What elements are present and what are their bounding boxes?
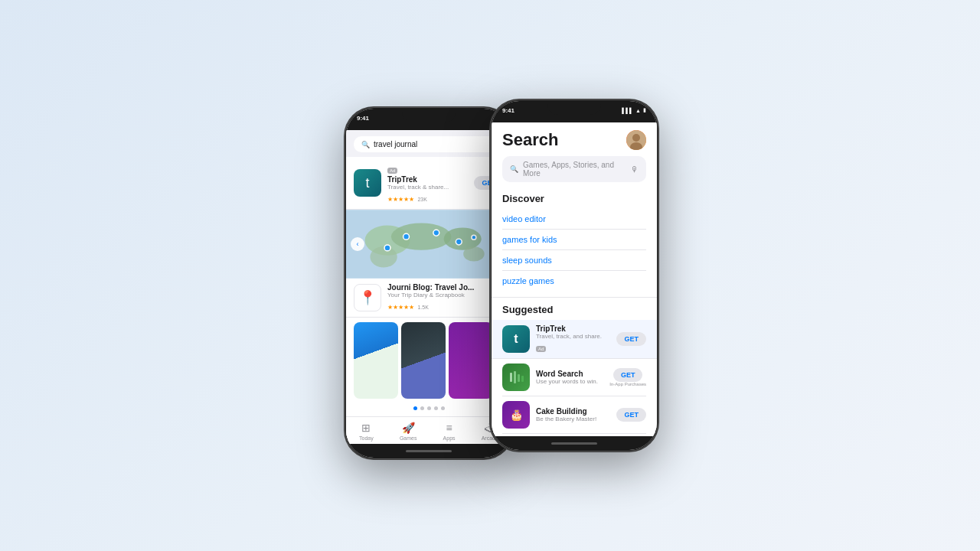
- right-time: 9:41: [502, 107, 514, 114]
- ad-badge-left: Ad: [387, 168, 397, 174]
- triptrek-get-btn-right[interactable]: GET: [616, 332, 646, 346]
- triptrek-info-right: TripTrek Travel, track, and share. Ad: [536, 324, 610, 354]
- right-home-bar: [551, 442, 597, 445]
- svg-point-12: [632, 134, 640, 142]
- cake-desc: Be the Bakery Master!: [536, 416, 610, 422]
- svg-point-6: [403, 233, 410, 240]
- left-search-input-box[interactable]: 🔍 travel journal: [354, 136, 504, 152]
- in-app-text: In-App Purchases: [609, 382, 646, 386]
- user-avatar[interactable]: [626, 130, 646, 150]
- search-field-right[interactable]: 🔍 Games, Apps, Stories, and More 🎙: [502, 156, 646, 182]
- suggested-title: Suggested: [502, 304, 646, 315]
- discover-title: Discover: [502, 193, 646, 204]
- nav-apps-left[interactable]: ≡ Apps: [443, 422, 456, 441]
- svg-point-7: [433, 230, 439, 236]
- discover-item-1[interactable]: games for kids: [502, 230, 646, 250]
- wordsearch-get-btn[interactable]: GET: [613, 368, 643, 382]
- right-screen-content: Search 🔍 Games, Apps, Stories, and More: [492, 122, 657, 436]
- triptrek-result-left[interactable]: t Ad TripTrek Travel, track & share... ★…: [346, 157, 511, 210]
- triptrek-desc-right: Travel, track, and share.: [536, 333, 610, 340]
- wordsearch-btn-label: GET: [621, 371, 635, 379]
- search-page-header: Search 🔍 Games, Apps, Stories, and More: [492, 122, 657, 187]
- right-notch: [547, 101, 601, 115]
- triptrek-desc-left: Travel, track & share...: [387, 184, 468, 191]
- page-dot-2: [420, 406, 424, 410]
- battery-icon: ▮: [643, 107, 646, 113]
- triptrek-name-right: TripTrek: [536, 324, 610, 333]
- right-status-icons: ▌▌▌ ▲ ▮: [622, 107, 646, 113]
- right-home-indicator: [492, 436, 657, 450]
- screenshot-2: [401, 322, 446, 399]
- triptrek-name-left: TripTrek: [387, 175, 468, 184]
- cake-info: Cake Building Be the Bakery Master!: [536, 407, 610, 422]
- arrow-left-btn[interactable]: ‹: [351, 237, 364, 251]
- cake-icon: 🎂: [502, 401, 530, 429]
- svg-rect-16: [518, 374, 520, 382]
- wordsearch-name: Word Search: [536, 370, 603, 378]
- svg-rect-14: [510, 373, 512, 382]
- svg-rect-15: [514, 371, 516, 383]
- discover-item-0[interactable]: video editor: [502, 209, 646, 230]
- journi-stars: ★★★★★: [387, 304, 414, 311]
- svg-point-2: [391, 223, 452, 250]
- journi-result[interactable]: 📍 Journi Blog: Travel Jo... Your Trip Di…: [346, 279, 511, 318]
- page-dot-4: [434, 406, 438, 410]
- svg-point-8: [456, 239, 462, 245]
- suggested-cake[interactable]: 🎂 Cake Building Be the Bakery Master! GE…: [502, 396, 646, 434]
- screenshot-3: [449, 322, 493, 399]
- suggested-wordsearch[interactable]: Word Search Use your words to win. GET I…: [502, 359, 646, 396]
- journi-name: Journi Blog: Travel Jo...: [387, 283, 504, 292]
- page-dot-1: [413, 406, 417, 410]
- today-label-left: Today: [359, 435, 374, 441]
- search-placeholder: Games, Apps, Stories, and More: [523, 161, 626, 178]
- right-phone: 9:41 ▌▌▌ ▲ ▮ Search: [490, 99, 658, 452]
- suggested-triptrek[interactable]: t TripTrek Travel, track, and share. Ad …: [492, 320, 657, 359]
- left-home-bar: [406, 450, 452, 452]
- triptrek-icon-right: t: [502, 325, 530, 353]
- journi-info: Journi Blog: Travel Jo... Your Trip Diar…: [387, 283, 504, 312]
- wordsearch-svg: [508, 370, 524, 385]
- mic-icon: 🎙: [631, 165, 639, 174]
- triptrek-stars-left: ★★★★★: [387, 196, 414, 203]
- triptrek-btn-label-right: GET: [624, 335, 639, 343]
- search-icon: 🔍: [361, 141, 370, 148]
- ad-badge-right: Ad: [536, 346, 546, 352]
- triptrek-info-left: Ad TripTrek Travel, track & share... ★★★…: [387, 161, 468, 204]
- nav-today-left[interactable]: ⊞ Today: [359, 422, 374, 441]
- left-notch: [402, 109, 456, 122]
- cake-name: Cake Building: [536, 407, 610, 416]
- left-search-text: travel journal: [374, 140, 417, 148]
- triptrek-icon-left: t: [354, 169, 381, 197]
- games-label-left: Games: [400, 435, 417, 441]
- page-dot-5: [441, 406, 445, 410]
- map-screenshot-left: ‹: [346, 210, 511, 279]
- svg-point-9: [384, 245, 390, 251]
- page-dot-3: [427, 406, 431, 410]
- apps-label-left: Apps: [443, 435, 456, 441]
- right-notch-area: 9:41 ▌▌▌ ▲ ▮: [492, 101, 657, 122]
- map-svg: [346, 210, 511, 279]
- discover-item-2[interactable]: sleep sounds: [502, 250, 646, 271]
- wordsearch-icon: [502, 364, 530, 391]
- wordsearch-btn-wrap: GET In-App Purchases: [609, 368, 646, 386]
- discover-item-3[interactable]: puzzle games: [502, 271, 646, 291]
- left-screen-content: 🔍 travel journal t Ad TripTrek Travel, t…: [346, 130, 511, 444]
- today-icon-left: ⊞: [361, 422, 371, 434]
- left-home-indicator: [346, 444, 511, 458]
- nav-games-left[interactable]: 🚀 Games: [400, 422, 417, 441]
- phones-container: 9:41 🔍 travel journal t: [322, 99, 658, 452]
- search-title-row: Search: [502, 130, 646, 150]
- journi-icon: 📍: [354, 284, 381, 311]
- journi-count: 1.5K: [417, 305, 428, 310]
- search-page-title: Search: [502, 130, 558, 150]
- wordsearch-info: Word Search Use your words to win.: [536, 370, 603, 385]
- left-time: 9:41: [357, 115, 369, 122]
- cake-get-btn[interactable]: GET: [616, 408, 646, 422]
- discover-section: Discover video editor games for kids sle…: [492, 187, 657, 298]
- games-icon-left: 🚀: [402, 422, 415, 434]
- left-search-bar-area: 🔍 travel journal: [346, 130, 511, 157]
- avatar-svg: [626, 130, 646, 150]
- apps-icon-left: ≡: [446, 422, 452, 434]
- triptrek-count-left: 23K: [417, 197, 426, 202]
- suggested-section: Suggested t TripTrek Travel, track, and …: [492, 298, 657, 436]
